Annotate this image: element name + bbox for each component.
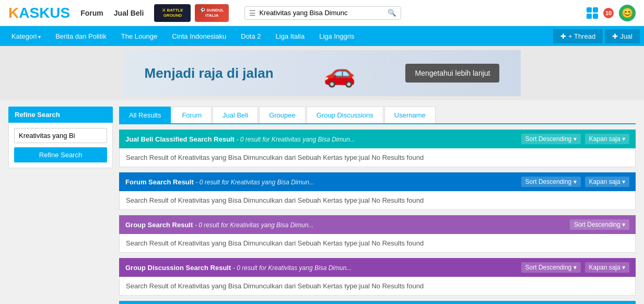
result-group-subtitle: - 0 result for Kreativitas yang Bisa Dim… bbox=[195, 221, 313, 229]
result-group: Group Search Result - 0 result for Kreat… bbox=[119, 215, 636, 253]
result-jual-beli-title: Jual Beli Classified Search Result bbox=[125, 135, 235, 143]
nav-jual-beli[interactable]: Jual Beli bbox=[114, 9, 144, 17]
result-group-discussion-title-area: Group Discussion Search Result - 0 resul… bbox=[125, 264, 352, 272]
tab-forum[interactable]: Forum bbox=[172, 107, 212, 123]
result-forum-kapan[interactable]: Kapan saja bbox=[585, 177, 629, 187]
result-forum-subtitle: - 0 result for Kreativitas yang Bisa Dim… bbox=[195, 179, 314, 186]
hamburger-icon: ☰ bbox=[249, 9, 256, 17]
nav-liga-inggris[interactable]: Liga Inggris bbox=[312, 28, 361, 44]
nav-cinta-indonesiaku[interactable]: Cinta Indonesiaku bbox=[165, 28, 233, 44]
result-forum-title: Forum Search Result bbox=[125, 178, 194, 186]
sidebar: Refine Search Refine Search bbox=[8, 107, 113, 304]
search-bar: ☰ 🔍 bbox=[244, 6, 401, 20]
promo-sundul-label: ⚽ SUNDULITALIA bbox=[200, 8, 224, 18]
tab-all-results[interactable]: All Results bbox=[119, 107, 171, 123]
search-input[interactable] bbox=[259, 9, 388, 17]
result-username: Username Search Result - 0 result for Kr… bbox=[119, 301, 636, 304]
jual-label: Jual bbox=[620, 32, 633, 40]
result-group-header: Group Search Result - 0 result for Kreat… bbox=[119, 215, 636, 234]
result-jual-beli: Jual Beli Classified Search Result - 0 r… bbox=[119, 130, 636, 167]
result-jual-beli-sort[interactable]: Sort Descending bbox=[521, 134, 581, 144]
result-jual-beli-header: Jual Beli Classified Search Result - 0 r… bbox=[119, 130, 636, 148]
result-group-sort[interactable]: Sort Descending bbox=[570, 219, 629, 230]
tabs: All Results Forum Jual Beli Groupee Grou… bbox=[119, 107, 636, 124]
result-jual-beli-controls: Sort Descending Kapan saja bbox=[521, 134, 629, 144]
result-group-title-area: Group Search Result - 0 result for Kreat… bbox=[125, 221, 313, 229]
nav-right-buttons: ✚ + Thread ✚ Jual bbox=[553, 29, 640, 43]
logo-k: K bbox=[8, 5, 19, 21]
tab-username[interactable]: Username bbox=[384, 107, 436, 123]
result-group-discussion-body: Search Result of Kreativitas yang Bisa D… bbox=[119, 277, 636, 296]
banner-wrapper: Menjadi raja di jalan 🚗 Mengetahui lebih… bbox=[0, 46, 644, 100]
content-area: All Results Forum Jual Beli Groupee Grou… bbox=[119, 107, 636, 304]
result-group-body: Search Result of Kreativitas yang Bisa D… bbox=[119, 234, 636, 253]
result-jual-beli-kapan[interactable]: Kapan saja bbox=[585, 134, 629, 144]
thread-label: + Thread bbox=[568, 32, 595, 40]
result-forum-body: Search Result of Kreativitas yang Bisa D… bbox=[119, 191, 636, 210]
result-group-controls: Sort Descending bbox=[570, 219, 629, 230]
result-forum: Forum Search Result - 0 result for Kreat… bbox=[119, 172, 636, 210]
notification-badge[interactable]: 10 bbox=[603, 8, 614, 18]
avatar[interactable]: 😊 bbox=[619, 5, 636, 21]
nav-berita-politik[interactable]: Berita dan Politik bbox=[48, 28, 114, 44]
tab-jual-beli[interactable]: Jual Beli bbox=[213, 107, 258, 123]
sidebar-body: Refine Search bbox=[8, 123, 113, 168]
result-group-discussion-header: Group Discussion Search Result - 0 resul… bbox=[119, 258, 636, 277]
refine-search-header: Refine Search bbox=[8, 107, 113, 123]
banner-car-icon: 🚗 bbox=[323, 58, 356, 88]
banner-text: Menjadi raja di jalan bbox=[145, 65, 274, 81]
promo-battleground[interactable]: ⚔ BATTLEGROUND bbox=[154, 4, 191, 22]
header-promo: ⚔ BATTLEGROUND ⚽ SUNDULITALIA bbox=[154, 4, 229, 22]
jual-button[interactable]: ✚ Jual bbox=[605, 29, 640, 43]
result-forum-controls: Sort Descending Kapan saja bbox=[521, 177, 629, 187]
result-jual-beli-body: Search Result of Kreativitas yang Bisa D… bbox=[119, 148, 636, 167]
result-group-discussion-sort[interactable]: Sort Descending bbox=[521, 262, 581, 273]
refine-search-button[interactable]: Refine Search bbox=[14, 147, 107, 162]
result-group-title: Group Search Result bbox=[125, 221, 193, 229]
banner-cta[interactable]: Mengetahui lebih lanjut bbox=[405, 64, 499, 83]
nav-dota2[interactable]: Dota 2 bbox=[233, 28, 268, 44]
grid-icon[interactable] bbox=[587, 7, 598, 19]
header-nav: Forum Jual Beli bbox=[80, 9, 144, 17]
result-forum-header: Forum Search Result - 0 result for Kreat… bbox=[119, 172, 636, 191]
nav-bar: Kategori Berita dan Politik The Lounge C… bbox=[0, 26, 644, 46]
header-right: 10 😊 bbox=[587, 5, 636, 21]
sidebar-search-input[interactable] bbox=[14, 128, 107, 143]
nav-liga-italia[interactable]: Liga Italia bbox=[268, 28, 312, 44]
thread-plus-icon: ✚ bbox=[560, 32, 566, 40]
header: KASKUS Forum Jual Beli ⚔ BATTLEGROUND ⚽ … bbox=[0, 0, 644, 26]
nav-kategori[interactable]: Kategori bbox=[4, 28, 48, 44]
nav-forum[interactable]: Forum bbox=[80, 9, 103, 17]
promo-battleground-label: ⚔ BATTLEGROUND bbox=[162, 8, 183, 18]
logo[interactable]: KASKUS bbox=[8, 5, 70, 21]
result-username-header: Username Search Result - 0 result for Kr… bbox=[119, 301, 636, 304]
banner: Menjadi raja di jalan 🚗 Mengetahui lebih… bbox=[124, 50, 521, 96]
tab-groupee[interactable]: Groupee bbox=[259, 107, 306, 123]
result-forum-sort[interactable]: Sort Descending bbox=[521, 177, 581, 187]
result-group-discussion-subtitle: - 0 result for Kreativitas yang Bisa Dim… bbox=[233, 264, 352, 272]
thread-button[interactable]: ✚ + Thread bbox=[553, 29, 603, 43]
result-group-discussion-title: Group Discussion Search Result bbox=[125, 264, 231, 272]
result-jual-beli-subtitle: - 0 result for Kreativitas yang Bisa Dim… bbox=[236, 136, 355, 143]
result-jual-beli-title-area: Jual Beli Classified Search Result - 0 r… bbox=[125, 135, 355, 143]
result-group-discussion-kapan[interactable]: Kapan saja bbox=[585, 262, 629, 273]
logo-askus: ASKUS bbox=[19, 5, 70, 21]
search-button[interactable]: 🔍 bbox=[388, 9, 396, 17]
result-group-discussion: Group Discussion Search Result - 0 resul… bbox=[119, 258, 636, 296]
main: Refine Search Refine Search All Results … bbox=[0, 100, 644, 304]
jual-plus-icon: ✚ bbox=[612, 32, 618, 40]
tab-group-discussions[interactable]: Group Discussions bbox=[307, 107, 383, 123]
result-forum-title-area: Forum Search Result - 0 result for Kreat… bbox=[125, 178, 314, 186]
result-group-discussion-controls: Sort Descending Kapan saja bbox=[521, 262, 629, 273]
nav-the-lounge[interactable]: The Lounge bbox=[114, 28, 165, 44]
promo-sundul-italia[interactable]: ⚽ SUNDULITALIA bbox=[195, 4, 229, 22]
